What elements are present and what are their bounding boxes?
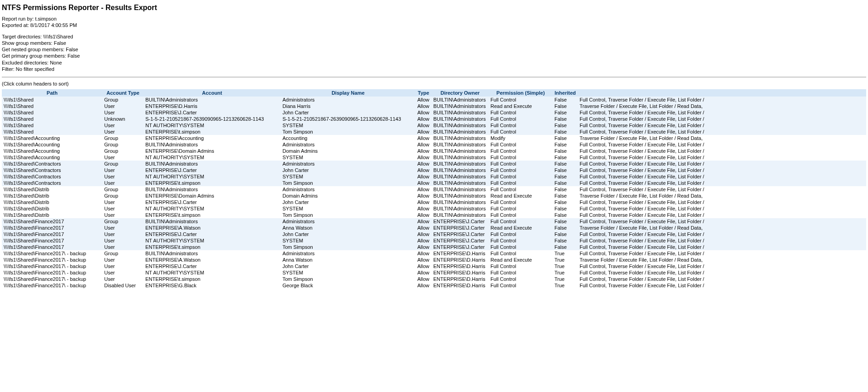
cell-path: \\\\fs1\Shared\Finance2017\ - backup (2, 257, 102, 263)
cell-account: ENTERPRISE\J.Carter (144, 231, 281, 237)
cell-permfull: Full Control, Traverse Folder / Execute … (578, 129, 866, 135)
cell-perm: Full Control (489, 154, 553, 161)
cell-type: Allow (415, 167, 431, 173)
cell-account: ENTERPRISE\Domain Admins (144, 193, 281, 199)
cell-perm: Read and Execute (489, 257, 553, 263)
col-header-inherited[interactable]: Inherited (553, 89, 578, 97)
cell-display: Domain Admins (281, 193, 415, 199)
cell-permfull: Full Control, Traverse Folder / Execute … (578, 167, 866, 173)
cell-acctype: Group (102, 148, 144, 154)
cell-perm: Full Control (489, 180, 553, 186)
meta-line: Report run by: t.simpson (2, 16, 866, 22)
meta-line: Filter: No filter specified (2, 66, 866, 72)
cell-inherited: False (553, 161, 578, 167)
table-row: \\\\fs1\Shared\ContractorsGroupBUILTIN\A… (2, 161, 866, 167)
cell-display: Domain Admins (281, 148, 415, 154)
cell-owner: BUILTIN\Administrators (431, 97, 489, 103)
cell-perm: Full Control (489, 244, 553, 250)
cell-path: \\\\fs1\Shared\Finance2017\ - backup (2, 263, 102, 269)
cell-permfull: Full Control, Traverse Folder / Execute … (578, 263, 866, 269)
table-row: \\\\fs1\SharedGroupBUILTIN\Administrator… (2, 97, 866, 103)
table-row: \\\\fs1\Shared\DistribUserENTERPRISE\J.C… (2, 199, 866, 205)
cell-account: ENTERPRISE\Domain Admins (144, 148, 281, 154)
table-row: \\\\fs1\Shared\DistribGroupBUILTIN\Admin… (2, 186, 866, 193)
cell-owner: BUILTIN\Administrators (431, 161, 489, 167)
cell-perm: Full Control (489, 231, 553, 237)
col-header-acctype[interactable]: Account Type (102, 89, 144, 97)
cell-display: Accounting (281, 135, 415, 141)
cell-permfull: Traverse Folder / Execute File, List Fol… (578, 257, 866, 263)
cell-owner: BUILTIN\Administrators (431, 205, 489, 212)
cell-display: Tom Simpson (281, 212, 415, 218)
cell-path: \\\\fs1\Shared\Accounting (2, 141, 102, 148)
cell-permfull: Full Control, Traverse Folder / Execute … (578, 244, 866, 250)
cell-inherited: False (553, 225, 578, 231)
col-header-permfull[interactable] (578, 89, 866, 97)
cell-account: ENTERPRISE\Accounting (144, 135, 281, 141)
cell-perm: Full Control (489, 205, 553, 212)
col-header-perm[interactable]: Permission (Simple) (489, 89, 553, 97)
col-header-display[interactable]: Display Name (281, 89, 415, 97)
cell-type: Allow (415, 244, 431, 250)
cell-path: \\\\fs1\Shared\Accounting (2, 154, 102, 161)
cell-inherited: False (553, 122, 578, 129)
cell-display: John Carter (281, 199, 415, 205)
cell-type: Allow (415, 205, 431, 212)
cell-owner: ENTERPRISE\J.Carter (431, 225, 489, 231)
col-header-path[interactable]: Path (2, 89, 102, 97)
cell-path: \\\\fs1\Shared\Contractors (2, 173, 102, 180)
cell-type: Allow (415, 180, 431, 186)
cell-path: \\\\fs1\Shared\Finance2017 (2, 231, 102, 237)
cell-account: NT AUTHORITY\SYSTEM (144, 237, 281, 244)
cell-display: Administrators (281, 250, 415, 257)
cell-inherited: False (553, 244, 578, 250)
cell-account: NT AUTHORITY\SYSTEM (144, 154, 281, 161)
table-row: \\\\fs1\Shared\Finance2017UserENTERPRISE… (2, 225, 866, 231)
cell-acctype: User (102, 276, 144, 282)
cell-acctype: User (102, 167, 144, 173)
cell-path: \\\\fs1\Shared\Distrib (2, 199, 102, 205)
meta-line: Get primary group members: False (2, 53, 866, 59)
table-row: \\\\fs1\SharedUserNT AUTHORITY\SYSTEMSYS… (2, 122, 866, 129)
cell-path: \\\\fs1\Shared (2, 103, 102, 109)
cell-acctype: User (102, 122, 144, 129)
cell-acctype: User (102, 269, 144, 276)
cell-acctype: User (102, 199, 144, 205)
cell-perm: Modify (489, 135, 553, 141)
cell-inherited: True (553, 263, 578, 269)
meta-line: Target directories: \\\\fs1\Shared (2, 33, 866, 40)
cell-path: \\\\fs1\Shared\Distrib (2, 186, 102, 193)
cell-owner: BUILTIN\Administrators (431, 109, 489, 116)
cell-type: Allow (415, 257, 431, 263)
cell-type: Allow (415, 148, 431, 154)
cell-inherited: True (553, 269, 578, 276)
cell-permfull: Full Control, Traverse Folder / Execute … (578, 122, 866, 129)
cell-display: Tom Simpson (281, 180, 415, 186)
cell-permfull: Full Control, Traverse Folder / Execute … (578, 109, 866, 116)
cell-acctype: User (102, 225, 144, 231)
cell-perm: Full Control (489, 250, 553, 257)
cell-permfull: Full Control, Traverse Folder / Execute … (578, 237, 866, 244)
cell-perm: Full Control (489, 109, 553, 116)
cell-display: S-1-5-21-210521867-2639090965-1213260628… (281, 116, 415, 122)
table-row: \\\\fs1\Shared\AccountingGroupENTERPRISE… (2, 135, 866, 141)
col-header-account[interactable]: Account (144, 89, 281, 97)
cell-display: Anna Watson (281, 225, 415, 231)
cell-perm: Full Control (489, 161, 553, 167)
table-row: \\\\fs1\SharedUserENTERPRISE\D.HarrisDia… (2, 103, 866, 109)
cell-permfull: Full Control, Traverse Folder / Execute … (578, 276, 866, 282)
cell-account: NT AUTHORITY\SYSTEM (144, 205, 281, 212)
meta-line: Show group members: False (2, 40, 866, 46)
cell-permfull: Traverse Folder / Execute File, List Fol… (578, 103, 866, 109)
cell-display: Diana Harris (281, 103, 415, 109)
cell-owner: BUILTIN\Administrators (431, 173, 489, 180)
cell-account: NT AUTHORITY\SYSTEM (144, 173, 281, 180)
cell-permfull: Full Control, Traverse Folder / Execute … (578, 199, 866, 205)
cell-permfull: Full Control, Traverse Folder / Execute … (578, 218, 866, 225)
col-header-owner[interactable]: Directory Owner (431, 89, 489, 97)
cell-path: \\\\fs1\Shared\Finance2017\ - backup (2, 282, 102, 289)
cell-account: ENTERPRISE\A.Watson (144, 257, 281, 263)
cell-display: John Carter (281, 263, 415, 269)
col-header-type[interactable]: Type (415, 89, 431, 97)
cell-permfull: Traverse Folder / Execute File, List Fol… (578, 193, 866, 199)
